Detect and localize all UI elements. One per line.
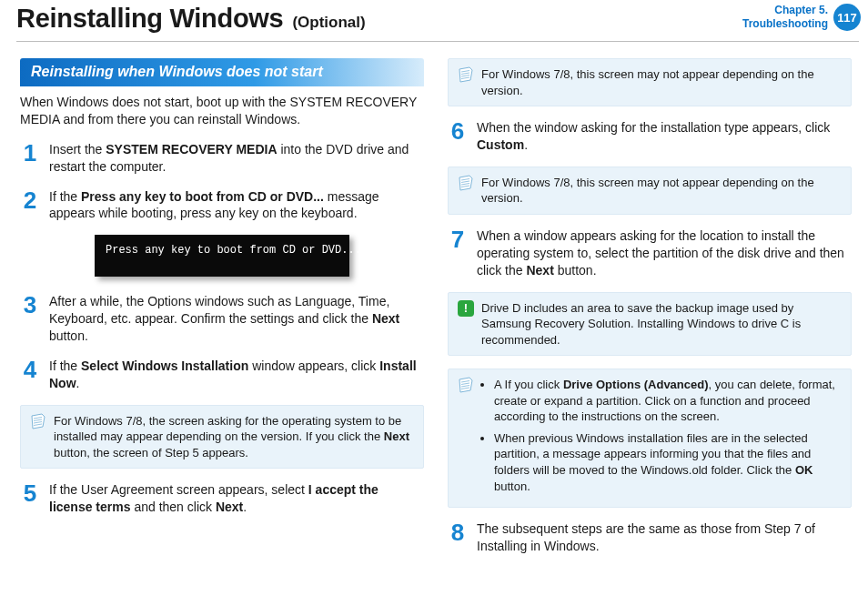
step-3: 3 After a while, the Options windows suc…	[20, 293, 424, 345]
paper-icon	[30, 413, 46, 461]
chapter-label: Chapter 5. Troubleshooting	[742, 4, 828, 31]
note-body: For Windows 7/8, this screen may not app…	[481, 175, 842, 207]
chapter-badge: Chapter 5. Troubleshooting 117	[742, 4, 861, 31]
paper-icon	[458, 175, 474, 207]
content-columns: Reinstalling when Windows does not start…	[0, 42, 868, 575]
step-4: 4 If the Select Windows Installation win…	[20, 358, 424, 392]
section-heading: Reinstalling when Windows does not start	[20, 58, 424, 86]
note-body: A If you click Drive Options (Advanced),…	[481, 377, 842, 500]
step-7: 7 When a window appears asking for the l…	[448, 227, 852, 279]
note-body: Drive D includes an area to save the bac…	[481, 300, 842, 348]
paper-icon	[458, 66, 474, 98]
step-body: If the User Agreement screen appears, se…	[49, 481, 424, 516]
step-6: 6 When the window asking for the install…	[448, 119, 852, 154]
step-body: After a while, the Options windows such …	[49, 293, 424, 345]
step-2: 2 If the Press any key to boot from CD o…	[20, 188, 424, 223]
step-number: 4	[20, 358, 40, 392]
step-number: 7	[448, 227, 468, 279]
note-body: For Windows 7/8, the screen asking for t…	[54, 413, 414, 461]
note-drive-d: ! Drive D includes an area to save the b…	[448, 292, 852, 357]
step-5: 5 If the User Agreement screen appears, …	[20, 481, 424, 516]
step-body: When a window appears asking for the loc…	[477, 227, 852, 279]
step-number: 8	[448, 520, 468, 555]
page-subtitle: (Optional)	[292, 14, 365, 32]
step-number: 6	[448, 119, 468, 154]
step-body: If the Press any key to boot from CD or …	[49, 188, 424, 223]
column-right: For Windows 7/8, this screen may not app…	[448, 58, 852, 568]
page-number-badge: 117	[833, 4, 861, 31]
paper-icon	[458, 377, 474, 500]
step-number: 5	[20, 481, 40, 516]
step-body: Insert the SYSTEM RECOVERY MEDIA into th…	[49, 141, 424, 176]
note-drive-options: A If you click Drive Options (Advanced),…	[448, 369, 852, 508]
terminal-screenshot: Press any key to boot from CD or DVD....…	[95, 235, 349, 277]
list-item: A If you click Drive Options (Advanced),…	[494, 377, 842, 425]
step-body: The subsequent steps are the same as tho…	[477, 520, 852, 555]
alert-icon: !	[458, 300, 474, 317]
step-number: 2	[20, 188, 40, 223]
step-8: 8 The subsequent steps are the same as t…	[448, 520, 852, 555]
note-win78-b: For Windows 7/8, this screen may not app…	[448, 167, 852, 215]
step-1: 1 Insert the SYSTEM RECOVERY MEDIA into …	[20, 141, 424, 176]
chapter-line1: Chapter 5.	[742, 4, 828, 17]
column-left: Reinstalling when Windows does not start…	[20, 58, 424, 568]
title-group: Reinstalling Windows (Optional)	[16, 4, 366, 34]
section-intro: When Windows does not start, boot up wit…	[20, 94, 424, 128]
chapter-line2: Troubleshooting	[742, 17, 828, 31]
page-title: Reinstalling Windows	[16, 4, 283, 34]
step-body: If the Select Windows Installation windo…	[49, 358, 424, 392]
step-body: When the window asking for the installat…	[477, 119, 852, 154]
note-body: For Windows 7/8, this screen may not app…	[481, 66, 842, 98]
list-item: When previous Windows installation files…	[494, 430, 842, 494]
step-number: 1	[20, 141, 40, 176]
page-header: Reinstalling Windows (Optional) Chapter …	[0, 0, 868, 41]
note-win78-a: For Windows 7/8, this screen may not app…	[448, 58, 852, 106]
note-after-step4: For Windows 7/8, the screen asking for t…	[20, 405, 424, 470]
step-number: 3	[20, 293, 40, 345]
